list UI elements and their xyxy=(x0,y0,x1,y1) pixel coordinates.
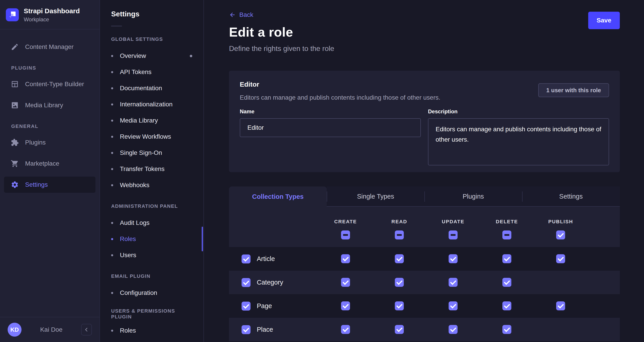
name-input[interactable] xyxy=(240,118,421,137)
name-field-label: Name xyxy=(240,108,421,115)
sidebar-item-plugins[interactable]: Plugins xyxy=(4,134,96,150)
subnav-list-users-permissions-plugin: Roles xyxy=(100,322,204,339)
description-textarea[interactable] xyxy=(428,118,609,165)
sidebar-item-content-manager[interactable]: Content Manager xyxy=(4,39,96,55)
bullet-icon xyxy=(111,168,113,170)
row-checkbox-article[interactable] xyxy=(242,254,250,263)
bullet-icon xyxy=(111,254,113,256)
sidebar-item-label: Content-Type Builder xyxy=(25,81,84,88)
permission-checkbox-page-create[interactable] xyxy=(341,301,350,310)
permission-checkbox-place-create[interactable] xyxy=(341,325,350,334)
subnav-section-header-global-settings: GLOBAL SETTINGS xyxy=(100,36,204,42)
subnav-item-label: API Tokens xyxy=(120,68,152,76)
back-link[interactable]: Back xyxy=(229,11,253,19)
subnav-item-global-settings-media-library[interactable]: Media Library xyxy=(100,112,204,129)
settings-icon xyxy=(11,181,19,189)
workspace-name: Workplace xyxy=(24,16,80,23)
tab-single-types[interactable]: Single Types xyxy=(327,187,424,207)
bullet-icon xyxy=(111,184,113,186)
subnav-item-administration-panel-audit-logs[interactable]: Audit Logs xyxy=(100,215,204,231)
row-label-place: Place xyxy=(257,326,273,333)
sidebar-item-marketplace[interactable]: Marketplace xyxy=(4,155,96,172)
app-title: Strapi Dashboard xyxy=(24,7,80,15)
subnav-rule xyxy=(111,26,122,26)
table-row-category: Category xyxy=(229,271,620,294)
row-checkbox-category[interactable] xyxy=(242,278,250,287)
subnav-item-label: Webhooks xyxy=(120,182,150,189)
tab-settings[interactable]: Settings xyxy=(522,187,620,207)
subnav-item-administration-panel-users[interactable]: Users xyxy=(100,247,204,263)
subnav-item-global-settings-api-tokens[interactable]: API Tokens xyxy=(100,64,204,80)
save-button[interactable]: Save xyxy=(588,12,620,29)
permission-checkbox-page-update[interactable] xyxy=(448,301,458,310)
brand[interactable]: Strapi Dashboard Workplace xyxy=(0,0,100,29)
permission-checkbox-page-read[interactable] xyxy=(395,301,404,310)
permission-checkbox-place-read[interactable] xyxy=(395,325,404,334)
bullet-icon xyxy=(111,55,113,57)
permission-checkbox-article-update[interactable] xyxy=(448,254,458,263)
marketplace-icon xyxy=(11,159,19,168)
master-checkbox-create[interactable] xyxy=(341,231,350,239)
subnav-item-label: Users xyxy=(120,252,136,259)
description-field-label: Description xyxy=(428,108,609,115)
avatar[interactable]: KD xyxy=(8,323,22,336)
permission-checkbox-place-update[interactable] xyxy=(448,325,458,334)
sidebar-item-media-library[interactable]: Media Library xyxy=(4,97,96,113)
row-label-page: Page xyxy=(257,302,272,310)
page-title: Edit a role xyxy=(229,25,620,40)
row-checkbox-place[interactable] xyxy=(242,325,250,334)
subnav-item-global-settings-review-workflows[interactable]: Review Workflows xyxy=(100,129,204,145)
settings-subnav: Settings GLOBAL SETTINGSOverviewAPI Toke… xyxy=(100,0,204,342)
subnav-item-global-settings-webhooks[interactable]: Webhooks xyxy=(100,177,204,193)
subnav-item-global-settings-single-sign-on[interactable]: Single Sign-On xyxy=(100,145,204,161)
permission-checkbox-category-create[interactable] xyxy=(341,278,350,287)
subnav-item-administration-panel-roles[interactable]: Roles xyxy=(100,231,204,247)
subnav-item-global-settings-documentation[interactable]: Documentation xyxy=(100,80,204,96)
subnav-section-header-email-plugin: EMAIL PLUGIN xyxy=(100,273,204,279)
bullet-icon xyxy=(111,71,113,73)
content-manager-icon xyxy=(11,43,19,51)
subnav-item-label: Documentation xyxy=(120,85,162,92)
bullet-icon xyxy=(111,292,113,294)
tab-collection-types[interactable]: Collection Types xyxy=(229,187,327,207)
sidebar-item-label: Marketplace xyxy=(25,160,60,167)
subnav-list-email-plugin: Configuration xyxy=(100,285,204,301)
permission-checkbox-place-delete[interactable] xyxy=(502,325,511,334)
permission-checkbox-category-update[interactable] xyxy=(448,278,458,287)
brand-text: Strapi Dashboard Workplace xyxy=(24,7,80,23)
subnav-item-global-settings-overview[interactable]: Overview xyxy=(100,48,204,64)
row-checkbox-page[interactable] xyxy=(242,302,250,311)
master-checkbox-publish[interactable] xyxy=(556,231,565,239)
permission-checkbox-article-read[interactable] xyxy=(395,254,404,263)
subnav-item-email-plugin-configuration[interactable]: Configuration xyxy=(100,285,204,301)
bullet-icon xyxy=(111,136,113,138)
users-with-role-button[interactable]: 1 user with this role xyxy=(538,83,609,97)
subnav-item-global-settings-transfer-tokens[interactable]: Transfer Tokens xyxy=(100,161,204,177)
permission-checkbox-category-delete[interactable] xyxy=(502,278,511,287)
permission-checkbox-page-delete[interactable] xyxy=(502,301,511,310)
permission-checkbox-article-delete[interactable] xyxy=(502,254,511,263)
sidebar-item-label: Content Manager xyxy=(25,43,74,51)
tab-plugins[interactable]: Plugins xyxy=(424,187,522,207)
permission-checkbox-page-publish[interactable] xyxy=(556,301,565,310)
bullet-icon xyxy=(111,103,113,105)
subnav-item-global-settings-internationalization[interactable]: Internationalization xyxy=(100,96,204,112)
subnav-item-users-permissions-plugin-roles[interactable]: Roles xyxy=(100,322,204,339)
column-header-read: READ xyxy=(392,219,407,225)
bullet-icon xyxy=(111,222,113,224)
table-row-page: Page xyxy=(229,294,620,318)
strapi-logo-icon xyxy=(6,8,19,21)
subnav-item-label: Configuration xyxy=(120,289,157,296)
master-checkbox-update[interactable] xyxy=(448,231,458,239)
sidebar-collapse-button[interactable] xyxy=(81,324,92,335)
permission-checkbox-article-create[interactable] xyxy=(341,254,350,263)
permission-checkbox-article-publish[interactable] xyxy=(556,254,565,263)
master-checkbox-delete[interactable] xyxy=(502,231,511,239)
subnav-scrollbar-thumb[interactable] xyxy=(202,227,203,251)
arrow-left-icon xyxy=(229,12,236,18)
sidebar-item-settings[interactable]: Settings xyxy=(4,177,96,193)
sidebar-item-label: Plugins xyxy=(25,139,46,146)
master-checkbox-read[interactable] xyxy=(395,231,404,239)
sidebar-item-content-type-builder[interactable]: Content-Type Builder xyxy=(4,76,96,92)
permission-checkbox-category-read[interactable] xyxy=(395,278,404,287)
